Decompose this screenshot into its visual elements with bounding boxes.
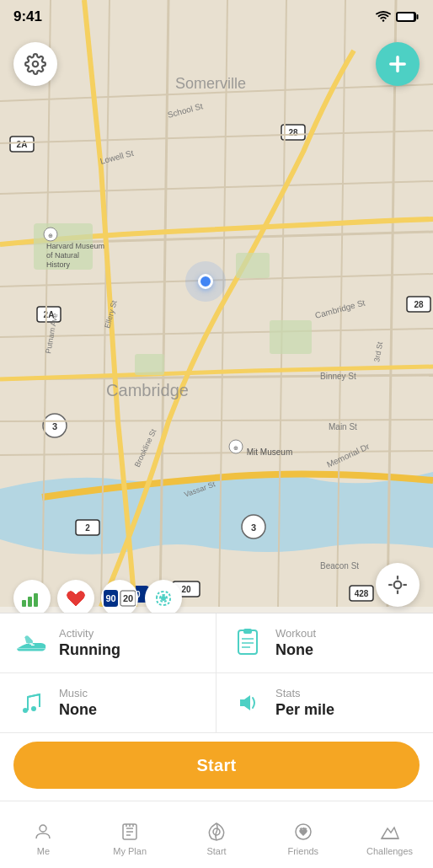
svg-text:2: 2 (85, 523, 90, 533)
user-location (185, 261, 226, 302)
battery-icon (396, 11, 420, 23)
svg-rect-86 (243, 629, 252, 634)
broadcast-button[interactable] (145, 580, 182, 617)
nav-start[interactable]: Start (174, 814, 260, 856)
nav-friends[interactable]: Friends (259, 814, 346, 856)
svg-text:Beacon St: Beacon St (320, 561, 359, 571)
map-bottom-icons: 90 20 (13, 580, 182, 617)
svg-point-82 (162, 597, 165, 600)
svg-text:28: 28 (414, 300, 424, 309)
workout-icon (232, 627, 264, 659)
workout-label: Workout (275, 627, 316, 640)
stats-value: Per mile (275, 701, 334, 719)
svg-text:3: 3 (251, 522, 256, 533)
svg-rect-77 (34, 593, 38, 607)
workout-text: Workout None (275, 627, 316, 659)
activity-option[interactable]: Activity Running (0, 613, 216, 673)
route-icon: 90 20 (104, 589, 136, 608)
bottom-nav: Me My Plan Start (0, 801, 433, 868)
challenges-icon (379, 821, 401, 843)
svg-rect-66 (398, 13, 414, 20)
svg-rect-85 (238, 630, 257, 654)
svg-line-90 (28, 694, 40, 697)
gear-icon (24, 53, 46, 75)
workout-value: None (275, 641, 316, 659)
svg-text:20: 20 (123, 593, 133, 603)
music-value: None (59, 701, 97, 719)
options-grid: Activity Running Workout None (0, 613, 433, 733)
heart-rate-button[interactable] (57, 580, 94, 617)
locate-button[interactable] (376, 563, 420, 607)
svg-text:2A: 2A (17, 140, 28, 149)
nav-challenges-label: Challenges (366, 846, 413, 856)
route-button[interactable]: 90 20 (101, 580, 138, 617)
signal-bars-icon (22, 590, 42, 607)
svg-rect-39 (270, 320, 312, 354)
svg-point-91 (40, 825, 46, 832)
svg-text:Harvard Museum: Harvard Museum (46, 242, 104, 250)
svg-text:90: 90 (105, 593, 115, 603)
nav-start-label: Start (206, 846, 226, 856)
svg-text:Mit Museum: Mit Museum (247, 447, 292, 457)
svg-text:⊕: ⊕ (48, 233, 53, 238)
music-text: Music None (59, 687, 97, 719)
nav-my-plan[interactable]: My Plan (87, 814, 174, 856)
nav-me-label: Me (37, 846, 50, 856)
svg-rect-40 (135, 354, 164, 375)
target-icon (387, 574, 409, 596)
add-button[interactable] (376, 42, 420, 86)
nav-friends-label: Friends (287, 846, 318, 856)
svg-text:28: 28 (288, 128, 298, 137)
bottom-panel: Activity Running Workout None (0, 613, 433, 801)
stats-option[interactable]: Stats Per mile (216, 673, 433, 733)
music-icon (15, 687, 47, 719)
map-view[interactable]: 3 2A 2A 28 28 2 3 20 428 90 (0, 0, 433, 607)
start-button-container: Start (0, 733, 433, 801)
svg-text:Cambridge: Cambridge (106, 381, 189, 399)
activity-text: Activity Running (59, 627, 120, 659)
stats-label: Stats (275, 687, 334, 699)
stats-icon (232, 687, 264, 719)
svg-rect-38 (236, 253, 270, 278)
svg-text:of Natural: of Natural (46, 251, 79, 260)
heart-rate-icon (65, 588, 87, 608)
svg-text:3: 3 (52, 421, 57, 431)
nav-challenges[interactable]: Challenges (346, 814, 433, 856)
workout-option[interactable]: Workout None (216, 613, 433, 673)
activity-value: Running (59, 641, 120, 659)
wifi-icon (376, 11, 391, 23)
nav-my-plan-label: My Plan (113, 846, 147, 856)
svg-text:History: History (46, 260, 71, 269)
svg-text:Binney St: Binney St (320, 372, 356, 381)
svg-rect-75 (22, 600, 26, 607)
music-label: Music (59, 687, 97, 699)
start-nav-icon (206, 821, 227, 843)
nav-me[interactable]: Me (0, 814, 87, 856)
broadcast-icon (153, 588, 174, 608)
svg-text:Somerville: Somerville (175, 75, 246, 92)
svg-rect-65 (417, 14, 419, 19)
status-bar: 9:41 (0, 0, 433, 34)
activity-label: Activity (59, 627, 120, 640)
plus-icon (386, 52, 409, 76)
friends-icon (292, 821, 314, 843)
svg-text:Main St: Main St (329, 422, 357, 431)
svg-point-70 (394, 581, 402, 589)
activity-icon (15, 627, 47, 659)
me-icon (32, 821, 54, 843)
svg-rect-76 (28, 597, 32, 607)
status-icons (376, 11, 420, 23)
svg-text:⊕: ⊕ (233, 445, 238, 451)
svg-text:428: 428 (355, 589, 369, 598)
music-option[interactable]: Music None (0, 673, 216, 733)
svg-text:20: 20 (181, 585, 191, 594)
stats-text: Stats Per mile (275, 687, 334, 719)
status-time: 9:41 (13, 8, 42, 25)
settings-button[interactable] (13, 42, 57, 86)
svg-point-67 (33, 62, 39, 67)
my-plan-icon (119, 821, 141, 843)
start-button[interactable]: Start (13, 742, 420, 789)
signal-button[interactable] (13, 580, 51, 617)
